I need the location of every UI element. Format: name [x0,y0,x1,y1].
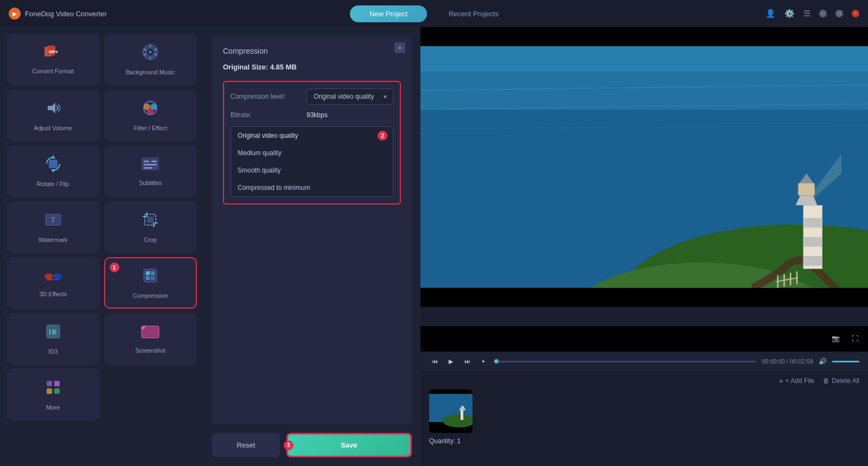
sidebar-item-background-music[interactable]: Background Music [104,34,197,85]
app-logo: ▶ FoneDog Video Converter [9,8,107,20]
time-display: 00:00:00 / 00:02:59 [762,358,813,365]
play-button[interactable]: ▶ [445,356,456,367]
skip-back-button[interactable]: ⏮ [429,356,440,367]
compression-level-dropdown[interactable]: Original video quality ▼ [307,88,393,105]
svg-point-33 [44,273,53,279]
profile-icon[interactable]: 👤 [765,9,776,18]
sidebar-item-compression[interactable]: 1 Compression [104,257,197,309]
rotate-flip-label: Rotate / Flip [37,181,69,187]
reset-button[interactable]: Reset [212,433,280,457]
svg-rect-81 [461,410,463,420]
file-thumbnail[interactable] [429,390,473,433]
subtitles-label: Subtitles [139,180,162,186]
svg-point-5 [149,51,151,53]
save-button[interactable]: 3 Save [286,433,412,457]
svg-marker-18 [51,155,55,158]
bitrate-label: Bitrate: [231,111,301,119]
filter-effect-label: Filter / Effect [133,125,167,131]
bitrate-row: Bitrate: 93kbps [231,111,393,119]
quality-option-compressed[interactable]: Compressed to minimum [231,179,393,196]
selected-quality-display: Original video quality [307,88,393,105]
volume-icon[interactable]: 🔊 [819,358,827,365]
compression-label: Compression [133,292,168,299]
svg-rect-51 [54,388,60,394]
sidebar-item-adjust-volume[interactable]: Adjust Volume [7,90,100,141]
rotate-flip-icon [44,155,62,176]
id3-label: ID3 [48,348,58,355]
quality-option-smooth[interactable]: Smooth quality [231,162,393,179]
convert-format-icon: MP4 [43,44,63,63]
sidebar-item-convert-format[interactable]: MP4 Convert Format [7,34,100,85]
fullscreen-overlay-button[interactable]: ⛶ [847,331,863,346]
quality-option-medium[interactable]: Medium quality [231,144,393,162]
watermark-icon: T [44,211,62,232]
svg-point-16 [147,108,154,114]
app-name: FoneDog Video Converter [25,10,107,18]
middle-panel: × Compression Original Size: 4.85 MB Com… [203,27,420,466]
original-size-value: 4.85 MB [270,63,297,71]
sidebar-item-filter-effect[interactable]: Filter / Effect [104,90,197,141]
svg-rect-67 [798,183,814,195]
more-icon [44,379,62,400]
crop-label: Crop [144,237,157,243]
quantity-label: Quantity: 1 [429,437,859,445]
sidebar-item-id3[interactable]: ID3 [7,313,100,365]
svg-rect-39 [146,271,150,275]
titlebar: ▶ FoneDog Video Converter New Project Re… [0,0,868,27]
svg-rect-22 [151,161,157,162]
compression-level-label: Compression level: [231,93,301,100]
sidebar-item-crop[interactable]: Crop [104,201,197,253]
minimize-button[interactable]: − [819,10,827,17]
bitrate-value: 93kbps [307,111,328,119]
skip-forward-button[interactable]: ⏭ [462,356,473,367]
more-label: More [46,404,60,411]
convert-format-label: Convert Format [33,68,74,74]
logo-icon: ▶ [9,8,21,20]
subtitles-icon [141,156,160,175]
original-size-label: Original Size: [223,63,268,71]
sidebar-item-more[interactable]: More [7,369,100,420]
menu-icon[interactable]: ☰ [803,9,810,18]
progress-bar[interactable] [494,361,756,362]
background-music-label: Background Music [126,69,175,75]
compression-level-field: Compression level: Original video qualit… [231,88,393,105]
titlebar-controls: 👤 ⚙️ ☰ − □ × [765,9,859,18]
volume-bar[interactable] [832,361,859,362]
recent-projects-tab[interactable]: Recent Projects [429,5,518,22]
settings-icon[interactable]: ⚙️ [784,9,795,18]
svg-rect-38 [144,269,157,282]
quality-option-original[interactable]: Original video quality 2 [231,127,393,144]
svg-rect-24 [144,167,152,169]
svg-text:MP4: MP4 [49,49,58,54]
svg-rect-36 [55,278,60,280]
loop-button[interactable]: ● [478,356,489,367]
maximize-button[interactable]: □ [835,10,843,17]
close-button[interactable]: × [852,10,859,17]
svg-rect-42 [151,276,155,280]
screenshot-icon [141,324,160,343]
svg-rect-21 [144,161,149,162]
compression-dialog: × Compression Original Size: 4.85 MB Com… [212,36,412,424]
sidebar-item-rotate-flip[interactable]: Rotate / Flip [7,145,100,197]
file-list-area: + + Add File 🗑 Delete All [420,371,868,466]
delete-all-button[interactable]: 🗑 Delete All [823,376,859,385]
compression-settings-box: Compression level: Original video qualit… [223,81,401,205]
new-project-tab[interactable]: New Project [350,5,427,22]
sidebar-item-3d-effects[interactable]: 3D Effects [7,257,100,309]
3d-effects-label: 3D Effects [39,291,67,297]
sidebar-item-watermark[interactable]: T Watermark [7,201,100,253]
3d-effects-icon [43,269,63,286]
screenshot-overlay-button[interactable]: 📷 [828,331,843,346]
adjust-volume-icon [44,99,62,120]
dialog-close-button[interactable]: × [394,42,405,53]
svg-marker-19 [51,169,55,173]
add-file-button[interactable]: + + Add File [778,376,814,385]
adjust-volume-label: Adjust Volume [34,125,72,131]
background-music-icon [142,43,159,65]
svg-rect-78 [429,390,473,394]
sidebar-item-screenshot[interactable]: Screenshot [104,313,197,365]
watermark-label: Watermark [39,237,67,243]
svg-rect-17 [49,159,58,168]
sidebar-item-subtitles[interactable]: Subtitles [104,145,197,197]
video-controls: ⏮ ▶ ⏭ ● 00:00:00 / 00:02:59 🔊 [420,352,868,371]
